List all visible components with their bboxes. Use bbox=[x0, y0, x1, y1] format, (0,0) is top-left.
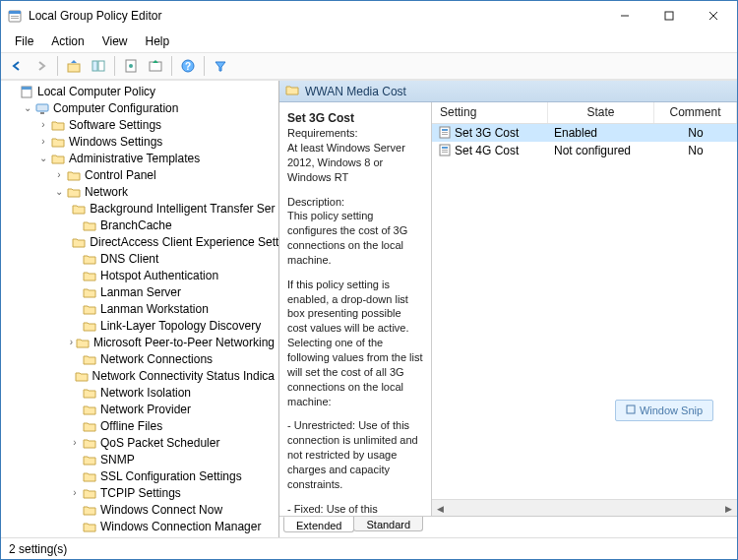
svg-text:?: ? bbox=[185, 61, 191, 72]
tree-hotspot-auth[interactable]: ›Hotspot Authentication bbox=[1, 267, 278, 283]
tree-dns-client[interactable]: ›DNS Client bbox=[1, 250, 278, 267]
tabstrip: Extended Standard bbox=[279, 517, 737, 537]
tree-ms-ptp[interactable]: ›Microsoft Peer-to-Peer Networking bbox=[1, 334, 278, 350]
col-comment[interactable]: Comment bbox=[654, 102, 737, 123]
tree-snmp[interactable]: ›SNMP bbox=[1, 451, 278, 467]
forward-button[interactable] bbox=[30, 54, 53, 78]
tree-net-conn-status[interactable]: ›Network Connectivity Status Indica bbox=[1, 367, 278, 384]
status-text: 2 setting(s) bbox=[9, 542, 67, 556]
snip-icon bbox=[626, 404, 636, 416]
tree-network[interactable]: ⌄Network bbox=[1, 183, 278, 200]
back-button[interactable] bbox=[5, 54, 29, 78]
show-hide-tree-button[interactable] bbox=[87, 54, 110, 78]
folder-icon bbox=[82, 302, 97, 316]
list-panel: Setting State Comment Set 3G Cost Enable… bbox=[432, 102, 737, 516]
tree-lltd[interactable]: ›Link-Layer Topology Discovery bbox=[1, 317, 278, 334]
help-button[interactable]: ? bbox=[176, 54, 200, 78]
folder-icon bbox=[50, 118, 66, 132]
tree-net-provider[interactable]: ›Network Provider bbox=[1, 401, 278, 417]
tree-win-conn-manager[interactable]: ›Windows Connection Manager bbox=[1, 518, 278, 534]
window-snip-overlay[interactable]: Window Snip bbox=[615, 400, 713, 421]
cell-comment: No bbox=[654, 126, 737, 140]
cell-comment: No bbox=[654, 144, 737, 157]
folder-icon bbox=[66, 168, 82, 182]
scroll-left-icon[interactable]: ◀ bbox=[432, 500, 449, 517]
tree-admin-templates[interactable]: ⌄Administrative Templates bbox=[1, 150, 278, 166]
list-row[interactable]: Set 3G Cost Enabled No bbox=[432, 124, 737, 142]
tree-net-isolation[interactable]: ›Network Isolation bbox=[1, 384, 278, 401]
filter-button[interactable] bbox=[209, 54, 232, 78]
folder-icon bbox=[82, 218, 97, 232]
tree-branchcache[interactable]: ›BranchCache bbox=[1, 217, 278, 233]
menu-help[interactable]: Help bbox=[138, 32, 178, 50]
tree-offline-files[interactable]: ›Offline Files bbox=[1, 417, 278, 434]
tree-lanman-server[interactable]: ›Lanman Server bbox=[1, 283, 278, 300]
titlebar: Local Group Policy Editor bbox=[1, 1, 737, 31]
menu-file[interactable]: File bbox=[7, 32, 41, 50]
svg-rect-10 bbox=[98, 61, 104, 71]
tree-body[interactable]: ▸Local Computer Policy ⌄Computer Configu… bbox=[1, 81, 278, 537]
tab-extended[interactable]: Extended bbox=[283, 517, 354, 532]
tree-net-connections[interactable]: ›Network Connections bbox=[1, 350, 278, 367]
svg-rect-26 bbox=[442, 150, 448, 151]
tab-standard[interactable]: Standard bbox=[353, 517, 423, 531]
tree-ssl-config[interactable]: ›SSL Configuration Settings bbox=[1, 467, 278, 484]
svg-rect-3 bbox=[11, 18, 19, 19]
tree-root[interactable]: ▸Local Computer Policy bbox=[1, 83, 278, 99]
close-button[interactable] bbox=[691, 1, 735, 31]
list-row[interactable]: Set 4G Cost Not configured No bbox=[432, 142, 737, 159]
svg-rect-1 bbox=[9, 11, 21, 14]
tree-windows-settings[interactable]: ›Windows Settings bbox=[1, 133, 278, 150]
menu-view[interactable]: View bbox=[94, 32, 136, 50]
tree-bits[interactable]: ›Background Intelligent Transfer Ser bbox=[1, 200, 278, 217]
tree-software-settings[interactable]: ›Software Settings bbox=[1, 116, 278, 133]
description-p1: This policy setting configures the cost … bbox=[287, 209, 423, 267]
tree-directaccess[interactable]: ›DirectAccess Client Experience Setti bbox=[1, 233, 278, 250]
tree-tcpip[interactable]: ›TCPIP Settings bbox=[1, 484, 278, 501]
tree-win-connect-now[interactable]: ›Windows Connect Now bbox=[1, 501, 278, 518]
properties-button[interactable] bbox=[119, 54, 143, 78]
h-scrollbar[interactable]: ◀ ▶ bbox=[432, 499, 737, 516]
statusbar: 2 setting(s) bbox=[1, 537, 737, 559]
export-button[interactable] bbox=[144, 54, 167, 78]
policy-icon bbox=[19, 85, 34, 98]
folder-icon bbox=[82, 386, 97, 400]
folder-icon bbox=[82, 352, 97, 366]
up-button[interactable] bbox=[62, 54, 86, 78]
folder-icon bbox=[82, 403, 97, 416]
description-panel: Set 3G Cost Requirements: At least Windo… bbox=[279, 102, 432, 516]
folder-icon bbox=[82, 319, 97, 333]
svg-rect-13 bbox=[150, 62, 161, 71]
svg-rect-27 bbox=[442, 152, 448, 153]
cell-setting: Set 4G Cost bbox=[455, 144, 519, 157]
setting-icon bbox=[438, 125, 452, 142]
requirements-text: At least Windows Server 2012, Windows 8 … bbox=[287, 141, 423, 185]
minimize-button[interactable] bbox=[602, 1, 646, 31]
right-panel: WWAN Media Cost Set 3G Cost Requirements… bbox=[279, 81, 737, 537]
folder-icon bbox=[50, 135, 66, 149]
menubar: File Action View Help bbox=[1, 31, 737, 52]
content-area: ▸Local Computer Policy ⌄Computer Configu… bbox=[1, 80, 737, 537]
col-setting[interactable]: Setting bbox=[432, 102, 548, 123]
scroll-right-icon[interactable]: ▶ bbox=[720, 500, 737, 517]
app-icon bbox=[7, 8, 23, 24]
tree-wlan-service[interactable]: ⌄WLAN Service bbox=[1, 534, 278, 537]
svg-rect-19 bbox=[40, 112, 44, 114]
tree-qos[interactable]: ›QoS Packet Scheduler bbox=[1, 434, 278, 451]
description-label: Description: bbox=[287, 195, 423, 210]
svg-rect-25 bbox=[442, 147, 448, 149]
description-p4: - Fixed: Use of this connection is not r… bbox=[287, 502, 423, 516]
svg-rect-17 bbox=[22, 87, 31, 90]
folder-icon bbox=[82, 436, 97, 450]
right-header: WWAN Media Cost bbox=[279, 81, 737, 102]
cell-state: Not configured bbox=[548, 144, 654, 157]
folder-icon bbox=[82, 520, 97, 533]
menu-action[interactable]: Action bbox=[43, 32, 92, 50]
maximize-button[interactable] bbox=[646, 1, 691, 31]
col-state[interactable]: State bbox=[548, 102, 654, 123]
tree-lanman-workstation[interactable]: ›Lanman Workstation bbox=[1, 300, 278, 317]
tree-control-panel[interactable]: ›Control Panel bbox=[1, 166, 278, 183]
tree-computer-config[interactable]: ⌄Computer Configuration bbox=[1, 99, 278, 116]
folder-icon bbox=[71, 235, 87, 249]
computer-icon bbox=[34, 101, 50, 115]
